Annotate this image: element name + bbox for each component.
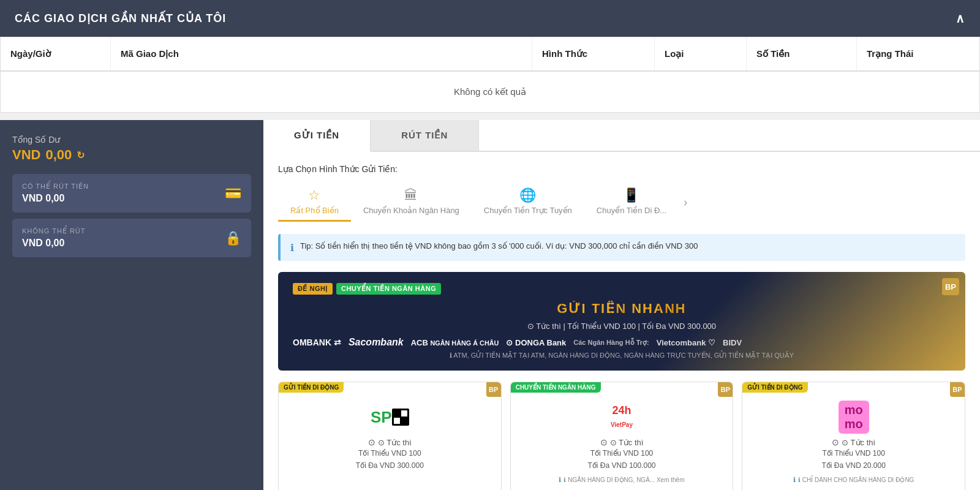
method-tab-bank-label: Chuyển Khoản Ngân Hàng [363, 206, 459, 215]
method-tabs: ☆ Rất Phổ Biến 🏛 Chuyển Khoản Ngân Hàng … [278, 183, 965, 222]
tip-box: ℹ Tip: Số tiền hiển thị theo tiền tệ VND… [278, 234, 965, 261]
main-content: Tổng Số Dư VND 0,00 ↻ CÓ THỂ RÚT TIỀN VN… [0, 120, 980, 490]
non-withdrawable-label: KHÔNG THỂ RÚT [22, 227, 86, 235]
withdraw-icon: 💳 [225, 186, 241, 202]
col-amount: Số Tiền [747, 37, 857, 70]
transaction-table: Ngày/Giờ Mã Giao Dịch Hình Thức Loại Số … [0, 37, 980, 113]
bank-icon: 🏛 [404, 187, 418, 203]
bank-vietcombank: Vietcombank ♡ [657, 338, 715, 347]
small-card-momo[interactable]: GỬI TIỀN DI ĐỘNG BP momo ⊙ ⊙ Tức thì Tối… [742, 382, 965, 490]
badge-recommended: ĐỀ NGHỊ [293, 283, 333, 295]
small-card-momo-instant: ⊙ ⊙ Tức thì [751, 437, 956, 447]
balance-currency: VND [12, 147, 40, 163]
withdrawable-label: CÓ THỂ RÚT TIỀN [22, 183, 89, 190]
promo-badges: ĐỀ NGHỊ CHUYỂN TIỀN NGÂN HÀNG [293, 283, 951, 295]
method-tab-online-label: Chuyển Tiền Trực Tuyến [484, 206, 572, 215]
small-card-sp-badge: GỬI TIỀN DI ĐỘNG [279, 382, 344, 393]
promo-title: GỬI TIỀN NHANH [293, 301, 951, 317]
balance-amount: VND 0,00 ↻ [12, 147, 251, 163]
bank-ombank: OMBANK ⇄ [293, 337, 341, 347]
page-header: CÁC GIAO DỊCH GẦN NHẤT CỦA TÔI ∧ [0, 0, 980, 37]
header-title: CÁC GIAO DỊCH GẦN NHẤT CỦA TÔI [15, 12, 226, 25]
small-card-momo-badge: GỬI TIỀN DI ĐỘNG [742, 382, 807, 393]
tab-deposit[interactable]: GỬI TIỀN [263, 120, 371, 152]
small-card-vittel-instant: ⊙ ⊙ Tức thì [519, 437, 725, 447]
small-card-momo-note: ℹ ℹ CHỈ DÀNH CHO NGÂN HÀNG DI ĐỘNG [751, 476, 956, 484]
deposit-withdraw-tabs: GỬI TIỀN RÚT TIỀN [263, 120, 980, 152]
balance-cards: CÓ THỂ RÚT TIỀN VND 0,00 💳 KHÔNG THỂ RÚT… [12, 174, 251, 257]
small-card-sp[interactable]: GỬI TIỀN DI ĐỘNG BP SP ⊙ ⊙ Tức thì [278, 382, 502, 490]
method-tab-popular-label: Rất Phổ Biến [290, 206, 339, 215]
withdrawable-value: VND 0,00 [22, 193, 89, 204]
right-content: Lựa Chọn Hình Thức Gửi Tiền: ☆ Rất Phổ B… [263, 152, 980, 490]
method-next-arrow[interactable]: › [684, 196, 687, 209]
small-card-vittel-bp: BP [718, 382, 733, 397]
small-card-sp-bp: BP [486, 382, 501, 397]
small-cards-grid: GỬI TIỀN DI ĐỘNG BP SP ⊙ ⊙ Tức thì [278, 382, 965, 490]
refresh-icon[interactable]: ↻ [77, 149, 85, 161]
mobile-icon: 📱 [623, 187, 639, 203]
col-date: Ngày/Giờ [1, 37, 111, 70]
small-card-vittel-badge: CHUYỂN TIỀN NGÂN HÀNG [511, 382, 601, 393]
badge-bank-transfer: CHUYỂN TIỀN NGÂN HÀNG [336, 283, 441, 295]
bp-badge: BP [942, 278, 959, 295]
col-status: Trạng Thái [857, 37, 979, 70]
info-icon-momo: ℹ [793, 476, 796, 484]
qr-code [392, 409, 409, 426]
bank-support-label: Các Ngân Hàng Hỗ Trợ: [573, 339, 649, 347]
balance-label: Tổng Số Dư [12, 135, 251, 145]
method-tab-mobile[interactable]: 📱 Chuyển Tiền Di Đ... [584, 183, 679, 222]
withdrawable-card: CÓ THỂ RÚT TIỀN VND 0,00 💳 [12, 174, 251, 213]
bank-bidv: BIDV [723, 338, 742, 347]
left-panel: Tổng Số Dư VND 0,00 ↻ CÓ THỂ RÚT TIỀN VN… [0, 120, 263, 490]
small-card-sp-logo: SP [287, 402, 492, 432]
tip-text: Tip: Số tiền hiển thị theo tiền tệ VND k… [300, 241, 698, 251]
method-tab-online[interactable]: 🌐 Chuyển Tiền Trực Tuyến [472, 183, 584, 222]
promo-banks: OMBANK ⇄ Sacombank ACB NGÂN HÀNG Á CHÂU … [293, 337, 951, 348]
non-withdrawable-value: VND 0,00 [22, 238, 86, 249]
promo-main-card[interactable]: ĐỀ NGHỊ CHUYỂN TIỀN NGÂN HÀNG BP GỬI TIỀ… [278, 272, 965, 371]
col-type: Loại [655, 37, 747, 70]
small-card-vittel-info: Tối Thiểu VND 100 Tối Đa VND 100.000 [519, 447, 725, 472]
non-withdrawable-card: KHÔNG THỂ RÚT VND 0,00 🔒 [12, 219, 251, 257]
locked-icon: 🔒 [225, 230, 241, 246]
info-icon: ℹ [290, 242, 294, 254]
method-tab-popular[interactable]: ☆ Rất Phổ Biến [278, 183, 351, 222]
balance-value: 0,00 [45, 147, 72, 163]
star-icon: ☆ [308, 187, 320, 203]
small-card-vittel-logo: 24hVietPay [519, 402, 725, 432]
close-icon[interactable]: ∧ [956, 11, 965, 26]
globe-icon: 🌐 [519, 187, 536, 203]
tab-withdraw[interactable]: RÚT TIỀN [371, 120, 479, 151]
small-card-vittel[interactable]: CHUYỂN TIỀN NGÂN HÀNG BP 24hVietPay ⊙ ⊙ … [510, 382, 734, 490]
bank-acb: ACB NGÂN HÀNG Á CHÂU [411, 338, 499, 347]
table-header: Ngày/Giờ Mã Giao Dịch Hình Thức Loại Số … [1, 37, 979, 72]
bank-donga: ⊙ DONGA Bank [506, 338, 566, 347]
small-card-momo-info: Tối Thiểu VND 100 Tối Đa VND 20.000 [751, 447, 956, 472]
info-icon-vittel: ℹ [559, 476, 561, 484]
right-panel: GỬI TIỀN RÚT TIỀN Lựa Chọn Hình Thức Gửi… [263, 120, 980, 490]
method-tab-mobile-label: Chuyển Tiền Di Đ... [597, 206, 666, 215]
small-card-vittel-note: ℹ ℹ NGÂN HÀNG DI ĐỘNG, NGÀ... Xem thêm [519, 476, 725, 484]
small-card-momo-bp: BP [950, 382, 965, 397]
col-code: Mã Giao Dịch [111, 37, 532, 70]
bank-sacombank: Sacombank [349, 337, 404, 348]
small-card-momo-logo: momo [751, 402, 956, 432]
table-empty-message: Không có kết quả [1, 72, 979, 112]
select-method-label: Lựa Chọn Hình Thức Gửi Tiền: [278, 164, 965, 174]
small-card-sp-instant: ⊙ ⊙ Tức thì [287, 437, 492, 447]
col-method: Hình Thức [532, 37, 655, 70]
method-tab-bank-transfer[interactable]: 🏛 Chuyển Khoản Ngân Hàng [351, 183, 472, 222]
promo-info: ⊙ Tức thì | Tối Thiểu VND 100 | Tối Đa V… [293, 322, 951, 331]
promo-note: ℹ ATM, GỬI TIỀN MẶT TẠI ATM, NGÂN HÀNG D… [293, 352, 951, 360]
small-card-sp-info: Tối Thiểu VND 100 Tối Đa VND 300.000 [287, 447, 492, 472]
